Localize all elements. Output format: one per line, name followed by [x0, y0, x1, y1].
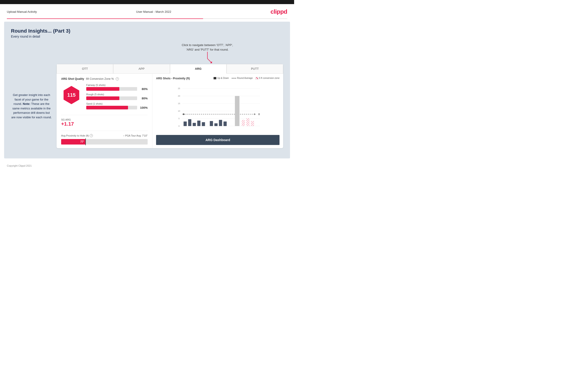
bar-row-fairway: 80% — [86, 87, 148, 91]
chart-title: ARG Shots - Proximity (ft) — [156, 77, 190, 80]
hex-score: 115 — [67, 92, 76, 98]
legend-item-conversion: 6 ft conversion zone — [256, 77, 280, 79]
legend-box-updown — [214, 77, 216, 79]
legend-label-round-avg: Round Average — [237, 77, 253, 79]
svg-rect-22 — [188, 119, 191, 126]
shot-row-fairway: Fairway (5 shots) 80% — [86, 84, 148, 91]
svg-rect-21 — [184, 122, 187, 126]
svg-rect-31 — [242, 120, 245, 126]
tab-arg[interactable]: ARG — [170, 64, 227, 74]
svg-rect-26 — [210, 121, 213, 126]
right-panel: ARG Shots - Proximity (ft) Up & Down Rou… — [152, 74, 283, 148]
bar-container-fairway — [86, 87, 137, 91]
card-container: Get greater insight into each facet of y… — [11, 64, 283, 148]
shot-row-rough: Rough (5 shots) 80% — [86, 93, 148, 100]
tab-ott[interactable]: OTT — [57, 64, 113, 73]
shot-label-sand: Sand (1 shots) — [86, 102, 148, 105]
svg-marker-18 — [254, 113, 256, 115]
hex-shape: 115 — [62, 86, 80, 104]
page-wrapper: Upload Manual Activity User Manual - Mar… — [0, 0, 294, 170]
nav-annotation: Click to navigate between 'OTT', 'APP', … — [182, 43, 233, 63]
proximity-bar-fill: 77' — [61, 139, 85, 144]
left-desc-text: Get greater insight into each facet of y… — [11, 93, 52, 119]
title-section: Round Insights... (Part 3) Every round i… — [11, 28, 283, 38]
legend-item-updown: Up & Down — [214, 77, 229, 79]
svg-rect-27 — [215, 123, 218, 126]
main-content: Round Insights... (Part 3) Every round i… — [4, 22, 290, 158]
note-label: Note: — [23, 102, 30, 106]
copyright-text: Copyright Clippd 2021 — [7, 164, 32, 167]
proximity-label: Avg Proximity to Hole (ft) — [61, 134, 89, 137]
header-divider — [7, 18, 287, 19]
svg-text:15: 15 — [178, 102, 180, 105]
sg-section: SG ARG +1.17 — [61, 115, 148, 127]
svg-text:10: 10 — [178, 110, 180, 112]
left-panel: ARG Shot Quality 6ft Conversion Zone % ?… — [57, 74, 152, 148]
hex-container: 115 — [61, 84, 82, 107]
panel-header: ARG Shot Quality 6ft Conversion Zone % ? — [61, 77, 148, 81]
upload-label: Upload Manual Activity — [7, 10, 37, 13]
bar-fill-rough — [86, 96, 119, 100]
subtitle-label: User Manual - March 2022 — [136, 10, 171, 13]
shot-label-fairway: Fairway (5 shots) — [86, 84, 148, 86]
bar-pct-sand: 100% — [139, 106, 148, 109]
bar-pct-rough: 80% — [139, 97, 148, 100]
chart-header: ARG Shots - Proximity (ft) Up & Down Rou… — [156, 77, 279, 80]
score-section: 115 Fairway (5 shots) — [61, 84, 148, 112]
bar-fill-sand — [86, 106, 128, 109]
shot-label-rough: Rough (5 shots) — [86, 93, 148, 96]
bar-row-sand: 100% — [86, 106, 148, 109]
bar-pct-fairway: 80% — [139, 87, 148, 91]
conversion-zone-label: 6ft Conversion Zone % — [86, 77, 114, 81]
bar-fill-fairway — [86, 87, 119, 91]
proximity-bar-container: 77' — [61, 139, 148, 144]
top-bar — [0, 0, 294, 4]
footer: Copyright Clippd 2021 — [0, 161, 294, 170]
svg-rect-30 — [235, 96, 240, 126]
bar-container-rough — [86, 96, 137, 100]
chart-legend: Up & Down Round Average 6 ft conversion … — [214, 77, 279, 79]
arg-chart: 0 5 10 15 20 25 30 — [156, 82, 279, 128]
help-icon[interactable]: ? — [116, 77, 119, 81]
shot-quality-label: ARG Shot Quality — [61, 77, 84, 81]
svg-text:0: 0 — [178, 125, 180, 127]
bar-container-sand — [86, 106, 137, 109]
chart-area: 0 5 10 15 20 25 30 — [156, 82, 279, 133]
bar-row-rough: 80% — [86, 96, 148, 100]
proximity-section: Avg Proximity to Hole (ft) ? ↑ PGA Tour … — [61, 131, 148, 144]
main-card: OTT APP ARG PUTT ARG Shot Quality 6ft Co… — [57, 64, 283, 148]
tab-putt[interactable]: PUTT — [227, 64, 283, 73]
svg-rect-25 — [202, 122, 205, 126]
svg-rect-24 — [197, 121, 200, 126]
shot-quality-bars: Fairway (5 shots) 80% — [86, 84, 148, 112]
left-description: Get greater insight into each facet of y… — [11, 64, 57, 148]
svg-text:30: 30 — [178, 82, 180, 83]
card-body: ARG Shot Quality 6ft Conversion Zone % ?… — [57, 74, 283, 148]
proximity-help-icon[interactable]: ? — [90, 134, 93, 137]
sg-label: SG ARG — [61, 118, 148, 121]
tab-bar: OTT APP ARG PUTT — [57, 64, 283, 74]
svg-text:8: 8 — [259, 113, 260, 116]
page-title: Round Insights... (Part 3) — [11, 28, 283, 34]
svg-rect-33 — [251, 121, 254, 126]
proximity-value: 77' — [80, 140, 84, 143]
svg-text:20: 20 — [178, 95, 180, 97]
svg-rect-23 — [193, 123, 196, 126]
proximity-header: Avg Proximity to Hole (ft) ? ↑ PGA Tour … — [61, 134, 148, 137]
logo: clippd — [270, 8, 287, 15]
pga-tour-avg: ↑ PGA Tour Avg: 7'10" — [123, 134, 148, 137]
svg-text:5: 5 — [178, 117, 180, 120]
legend-label-conversion: 6 ft conversion zone — [259, 77, 280, 79]
annotation-arrow — [200, 52, 214, 63]
svg-rect-29 — [224, 122, 227, 126]
page-subtitle: Every round in detail — [11, 35, 283, 38]
proximity-cursor — [85, 138, 86, 145]
svg-rect-28 — [219, 120, 222, 126]
arg-dashboard-button[interactable]: ARG Dashboard — [156, 135, 279, 145]
tab-app[interactable]: APP — [113, 64, 170, 73]
legend-item-round-avg: Round Average — [232, 77, 253, 79]
shot-row-sand: Sand (1 shots) 100% — [86, 102, 148, 109]
sg-value: +1.17 — [61, 121, 148, 127]
svg-rect-32 — [246, 118, 250, 126]
proximity-bar-wrapper: 77' — [61, 139, 148, 144]
